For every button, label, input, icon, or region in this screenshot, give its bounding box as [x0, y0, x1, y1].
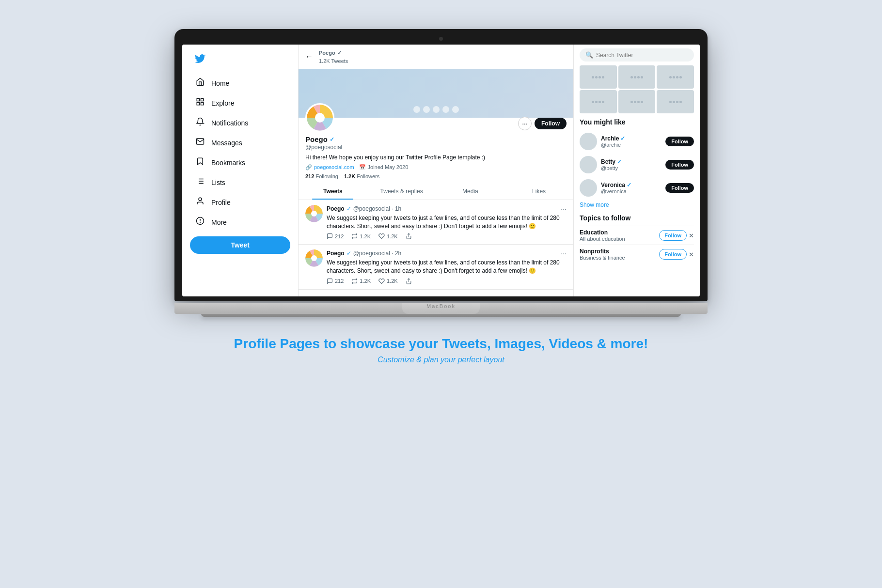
- image-cell: [618, 90, 656, 113]
- suggest-item: Archie ✓ @archie Follow: [580, 130, 694, 153]
- like-action[interactable]: 1.2K: [378, 278, 398, 284]
- tweet-text: We suggest keeping your tweets to just a…: [327, 214, 567, 231]
- sidebar-item-home[interactable]: Home: [190, 74, 290, 93]
- tab-likes[interactable]: Likes: [504, 183, 573, 200]
- bottom-headline: Profile Pages to showcase your Tweets, I…: [234, 336, 648, 352]
- profile-nav-name: Poego ✓: [319, 48, 348, 56]
- search-input[interactable]: [596, 52, 688, 59]
- tweet-verified: ✓: [346, 205, 351, 212]
- svg-point-16: [315, 113, 325, 123]
- topic-item: Education All about education Follow ✕: [580, 226, 694, 245]
- tweet-avatar: [305, 205, 323, 222]
- follow-button[interactable]: Follow: [535, 118, 567, 129]
- tweet-actions: 212 1.2K 1.2K: [327, 278, 567, 284]
- screen-bezel: Home Explore Notifications: [174, 29, 708, 301]
- mail-icon: [195, 137, 205, 148]
- sidebar-item-explore[interactable]: Explore: [190, 93, 290, 112]
- sidebar-item-label: Explore: [211, 99, 234, 107]
- list-icon: [195, 177, 205, 188]
- close-topic-button[interactable]: ✕: [689, 251, 694, 258]
- calendar-icon: 📅: [359, 164, 366, 170]
- tweet-avatar: [305, 249, 323, 267]
- tweet-actions: 212 1.2K 1.2K: [327, 233, 567, 239]
- tweet-more-button[interactable]: ···: [561, 205, 567, 213]
- following-stat[interactable]: 212 Following: [305, 173, 338, 179]
- profile-handle: @poegosocial: [305, 144, 567, 151]
- laptop-mockup: Home Explore Notifications: [174, 29, 708, 317]
- svg-point-14: [200, 222, 201, 223]
- svg-point-18: [311, 211, 317, 217]
- verified-icon: ✓: [617, 158, 622, 165]
- website-link[interactable]: poegosocial.com: [314, 164, 354, 170]
- laptop-foot: [201, 314, 681, 317]
- topic-sub: Business & finance: [580, 255, 659, 261]
- svg-rect-0: [197, 98, 199, 101]
- topic-name: Education: [580, 229, 659, 236]
- profile-join-date: 📅 Joined May 2020: [359, 164, 409, 170]
- share-action[interactable]: [406, 233, 412, 239]
- sidebar-item-label: Profile: [211, 199, 231, 206]
- sidebar-item-notifications[interactable]: Notifications: [190, 113, 290, 132]
- tab-replies[interactable]: Tweets & replies: [367, 183, 436, 200]
- tweet-user: Poego ✓ @poegosocial · 1h: [327, 205, 401, 212]
- tweet-name: Poego: [327, 250, 345, 257]
- close-topic-button[interactable]: ✕: [689, 232, 694, 239]
- main-content: ← Poego ✓ 1.2K Tweets: [299, 45, 574, 296]
- sidebar-item-label: Messages: [211, 139, 242, 147]
- profile-header-info: Poego ✓ 1.2K Tweets: [319, 48, 348, 65]
- tweet-more-button[interactable]: ···: [561, 249, 567, 257]
- topic-item: Nonprofits Business & finance Follow ✕: [580, 245, 694, 263]
- follow-veronica-button[interactable]: Follow: [665, 183, 694, 193]
- profile-meta: 🔗 poegosocial.com 📅 Joined May 2020: [305, 164, 567, 170]
- followers-stat[interactable]: 1.2K Followers: [344, 173, 379, 179]
- profile-tabs: Tweets Tweets & replies Media Likes: [299, 183, 573, 200]
- reply-action[interactable]: 212: [327, 278, 344, 284]
- svg-rect-1: [201, 98, 204, 101]
- follow-archie-button[interactable]: Follow: [665, 137, 694, 146]
- link-icon: 🔗: [305, 164, 312, 170]
- svg-point-12: [200, 219, 201, 220]
- twitter-app: Home Explore Notifications: [182, 45, 700, 296]
- retweet-action[interactable]: 1.2K: [351, 278, 371, 284]
- sidebar-item-more[interactable]: More: [190, 213, 290, 232]
- like-action[interactable]: 1.2K: [378, 233, 398, 239]
- follow-education-button[interactable]: Follow: [659, 230, 687, 241]
- verified-icon: ✓: [620, 135, 625, 142]
- follow-betty-button[interactable]: Follow: [665, 160, 694, 170]
- tweet-user: Poego ✓ @poegosocial · 2h: [327, 250, 401, 257]
- avatar: [305, 103, 334, 132]
- tweet-item: Poego ✓ @poegosocial · 2h ··· We suggest…: [299, 245, 573, 290]
- sidebar-item-label: More: [211, 218, 227, 226]
- share-action[interactable]: [406, 278, 412, 284]
- sidebar-item-profile[interactable]: Profile: [190, 193, 290, 212]
- topic-name: Nonprofits: [580, 248, 659, 255]
- suggest-name: Veronica ✓: [601, 182, 662, 188]
- suggest-handle: @betty: [601, 165, 662, 171]
- more-circle-icon: [195, 217, 205, 228]
- tweet-verified: ✓: [346, 250, 351, 257]
- suggest-name: Betty ✓: [601, 158, 662, 165]
- topics-section: Topics to follow Education All about edu…: [580, 214, 694, 263]
- retweet-action[interactable]: 1.2K: [351, 233, 371, 239]
- tab-tweets[interactable]: Tweets: [299, 183, 367, 200]
- profile-info: Poego ✓ @poegosocial Hi there! We hope y…: [299, 132, 573, 183]
- sidebar-item-lists[interactable]: Lists: [190, 173, 290, 192]
- verified-icon: ✓: [337, 50, 342, 56]
- show-more-link[interactable]: Show more: [580, 200, 694, 210]
- explore-icon: [195, 97, 205, 108]
- follow-nonprofits-button[interactable]: Follow: [659, 249, 687, 260]
- topics-title: Topics to follow: [580, 214, 694, 222]
- sidebar-item-messages[interactable]: Messages: [190, 133, 290, 152]
- svg-point-13: [200, 221, 201, 221]
- sidebar-item-bookmarks[interactable]: Bookmarks: [190, 153, 290, 172]
- back-button[interactable]: ←: [305, 52, 313, 61]
- suggest-avatar: [580, 156, 597, 173]
- suggest-info: Archie ✓ @archie: [601, 135, 662, 148]
- suggest-handle: @archie: [601, 142, 662, 148]
- reply-action[interactable]: 212: [327, 233, 344, 239]
- more-options-button[interactable]: ···: [518, 117, 532, 130]
- tab-media[interactable]: Media: [436, 183, 505, 200]
- tweet-button[interactable]: Tweet: [190, 236, 290, 254]
- search-bar[interactable]: 🔍: [580, 48, 694, 62]
- twitter-logo[interactable]: [190, 49, 290, 71]
